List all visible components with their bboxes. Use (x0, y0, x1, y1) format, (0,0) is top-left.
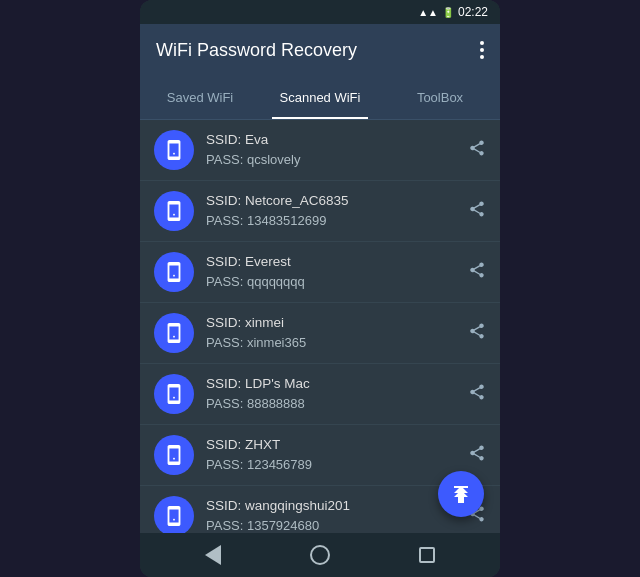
tab-saved-wifi[interactable]: Saved WiFi (140, 76, 260, 119)
share-icon (468, 200, 486, 218)
share-button[interactable] (468, 139, 486, 162)
wifi-info: SSID: xinmei PASS: xinmei365 (206, 313, 456, 353)
menu-dot-1 (480, 41, 484, 45)
back-icon (205, 545, 221, 565)
wifi-pass: PASS: qcslovely (206, 150, 456, 170)
wifi-icon-circle (154, 252, 194, 292)
upload-icon (449, 482, 473, 506)
share-icon (468, 139, 486, 157)
wifi-ssid: SSID: xinmei (206, 313, 456, 333)
status-time: 02:22 (458, 5, 488, 19)
wifi-info: SSID: Netcore_AC6835 PASS: 13483512699 (206, 191, 456, 231)
recents-icon (419, 547, 435, 563)
wifi-icon-circle (154, 496, 194, 533)
phone-wifi-icon (163, 139, 185, 161)
phone-frame: ▲▲ 🔋 02:22 WiFi Password Recovery Saved … (140, 0, 500, 577)
wifi-icon-circle (154, 435, 194, 475)
share-button[interactable] (468, 444, 486, 467)
menu-dot-2 (480, 48, 484, 52)
nav-recents-button[interactable] (409, 537, 445, 573)
wifi-ssid: SSID: wangqingshui201 (206, 496, 456, 516)
wifi-info: SSID: LDP's Mac PASS: 88888888 (206, 374, 456, 414)
share-icon (468, 444, 486, 462)
share-icon (468, 383, 486, 401)
share-icon (468, 261, 486, 279)
wifi-pass: PASS: 88888888 (206, 394, 456, 414)
tab-toolbox[interactable]: ToolBox (380, 76, 500, 119)
wifi-ssid: SSID: Eva (206, 130, 456, 150)
tab-bar: Saved WiFi Scanned WiFi ToolBox (140, 76, 500, 120)
status-icons: ▲▲ 🔋 02:22 (418, 5, 488, 19)
wifi-info: SSID: Everest PASS: qqqqqqqq (206, 252, 456, 292)
home-icon (310, 545, 330, 565)
wifi-list-item[interactable]: SSID: LDP's Mac PASS: 88888888 (140, 364, 500, 425)
wifi-ssid: SSID: LDP's Mac (206, 374, 456, 394)
wifi-info: SSID: wangqingshui201 PASS: 1357924680 (206, 496, 456, 533)
menu-dot-3 (480, 55, 484, 59)
wifi-ssid: SSID: ZHXT (206, 435, 456, 455)
wifi-ssid: SSID: Netcore_AC6835 (206, 191, 456, 211)
tab-scanned-wifi[interactable]: Scanned WiFi (260, 76, 380, 119)
phone-wifi-icon (163, 200, 185, 222)
signal-icon: ▲▲ (418, 7, 438, 18)
phone-wifi-icon (163, 505, 185, 527)
phone-wifi-icon (163, 444, 185, 466)
wifi-pass: PASS: 1357924680 (206, 516, 456, 533)
phone-wifi-icon (163, 322, 185, 344)
wifi-list-item[interactable]: SSID: Eva PASS: qcslovely (140, 120, 500, 181)
app-header: WiFi Password Recovery (140, 24, 500, 76)
wifi-icon-circle (154, 313, 194, 353)
share-button[interactable] (468, 261, 486, 284)
status-bar: ▲▲ 🔋 02:22 (140, 0, 500, 24)
share-button[interactable] (468, 200, 486, 223)
share-button[interactable] (468, 322, 486, 345)
wifi-pass: PASS: 123456789 (206, 455, 456, 475)
more-options-button[interactable] (480, 41, 484, 59)
nav-bar (140, 533, 500, 577)
share-icon (468, 322, 486, 340)
wifi-icon-circle (154, 191, 194, 231)
nav-home-button[interactable] (302, 537, 338, 573)
nav-back-button[interactable] (195, 537, 231, 573)
wifi-info: SSID: ZHXT PASS: 123456789 (206, 435, 456, 475)
wifi-ssid: SSID: Everest (206, 252, 456, 272)
phone-wifi-icon (163, 383, 185, 405)
wifi-pass: PASS: qqqqqqqq (206, 272, 456, 292)
wifi-list-item[interactable]: SSID: xinmei PASS: xinmei365 (140, 303, 500, 364)
app-title: WiFi Password Recovery (156, 40, 357, 61)
wifi-pass: PASS: 13483512699 (206, 211, 456, 231)
wifi-list: SSID: Eva PASS: qcslovely SSID: Netcore_… (140, 120, 500, 533)
wifi-info: SSID: Eva PASS: qcslovely (206, 130, 456, 170)
upload-fab-button[interactable] (438, 471, 484, 517)
battery-icon: 🔋 (442, 7, 454, 18)
wifi-icon-circle (154, 130, 194, 170)
share-button[interactable] (468, 383, 486, 406)
wifi-list-item[interactable]: SSID: Netcore_AC6835 PASS: 13483512699 (140, 181, 500, 242)
wifi-pass: PASS: xinmei365 (206, 333, 456, 353)
wifi-icon-circle (154, 374, 194, 414)
wifi-list-item[interactable]: SSID: Everest PASS: qqqqqqqq (140, 242, 500, 303)
phone-wifi-icon (163, 261, 185, 283)
